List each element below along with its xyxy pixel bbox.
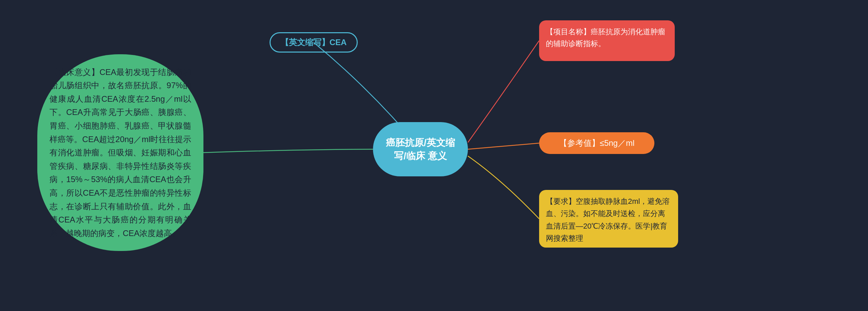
- reference-value-node: 【参考值】≤5ng／ml: [539, 132, 654, 154]
- clinical-significance-node: 【临床意义】CEA最初发现于结肠癌和胎儿肠组织中，故名癌胚抗原。97%的健康成人…: [37, 54, 203, 251]
- requirement-node: 【要求】空腹抽取静脉血2ml，避免溶血、污染。如不能及时送检，应分离血清后置—2…: [539, 190, 678, 248]
- center-node: 癌胚抗原/英文缩写/临床 意义: [373, 122, 468, 176]
- english-abbreviation-node: 【英文缩写】CEA: [270, 32, 358, 53]
- project-name-node: 【项目名称】癌胚抗原为消化道肿瘤的辅助诊断指标。: [539, 20, 675, 61]
